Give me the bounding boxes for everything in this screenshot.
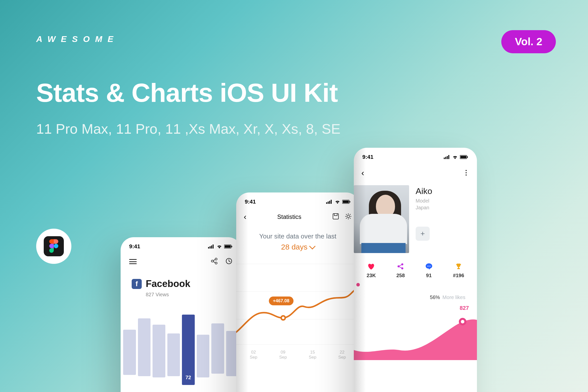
card-title: Facebook [146,278,190,289]
svg-rect-21 [350,201,350,203]
svg-rect-1 [445,157,446,159]
status-time: 9:41 [245,199,256,205]
status-time: 9:41 [362,154,373,160]
area-peak-value: 827 [460,305,469,311]
area-peak-marker [459,318,466,325]
share-icon[interactable] [211,257,218,266]
stat-shares: 258 [396,273,405,278]
x-axis-labels: 02Sep 09Sep 15Sep 22Sep [236,347,359,360]
bar-chart: 72 [121,307,241,387]
svg-rect-23 [334,214,337,216]
more-likes-pct: 56% [430,295,440,300]
card-subtitle: 827 Views [135,292,241,298]
facebook-icon: f [132,279,142,289]
page-title: Stats & Charts iOS UI Kit [36,78,338,108]
svg-rect-18 [331,200,332,204]
add-button[interactable]: + [416,227,430,241]
figma-badge [36,229,71,264]
svg-rect-27 [211,246,212,249]
back-button[interactable]: ‹ [361,168,364,178]
brand-logo-text: A W E S O M E [36,34,115,44]
svg-rect-31 [231,246,232,247]
svg-rect-0 [444,158,445,159]
svg-point-14 [430,266,430,266]
figma-icon [49,239,58,253]
profile-location: Japan [416,205,469,211]
svg-point-12 [427,266,428,266]
svg-rect-16 [328,202,329,204]
status-time: 9:41 [129,243,140,250]
chart-description: Your site data over the last [236,232,359,240]
more-likes-label: More likes [443,295,465,300]
svg-rect-25 [208,247,209,249]
profile-role: Model [416,198,469,204]
legend-dot [356,283,360,286]
area-chart: 827 [354,305,477,360]
svg-line-35 [213,260,215,261]
svg-line-11 [399,266,402,268]
chevron-down-icon [309,243,315,249]
svg-rect-28 [213,244,214,249]
stat-comments: 91 [425,273,432,278]
svg-rect-30 [225,245,231,248]
stat-likes: 23K [367,273,376,278]
status-icons [208,244,233,249]
comment-icon [425,263,432,270]
profile-photo [354,185,409,253]
page-subtitle: 11 Pro Max, 11 Pro, 11 ,Xs Max, Xr, X, X… [36,121,340,137]
svg-rect-17 [329,201,330,204]
svg-rect-26 [210,246,211,249]
status-icons [326,200,351,204]
back-button[interactable]: ‹ [244,212,247,221]
share-icon [396,263,405,270]
profile-name: Aiko [416,186,469,196]
svg-line-10 [399,264,402,266]
data-point-marker [280,315,286,321]
status-icons [444,155,468,159]
svg-rect-22 [333,214,338,219]
svg-point-13 [428,266,429,266]
svg-rect-15 [326,202,327,204]
svg-rect-6 [467,156,468,158]
svg-rect-5 [460,156,466,158]
screen-title: Statistics [277,213,301,220]
svg-rect-3 [448,155,449,159]
clock-icon[interactable] [225,257,233,266]
tooltip-badge: +467.08 [269,297,293,305]
trophy-icon [453,263,464,270]
save-icon[interactable] [332,213,339,221]
bar-value-label: 72 [185,375,191,380]
svg-rect-20 [343,201,349,203]
range-label: 28 days [281,243,307,251]
range-selector[interactable]: 28 days [236,243,359,251]
hamburger-menu-icon[interactable] [129,259,137,264]
heart-icon [367,263,376,270]
volume-badge: Vol. 2 [501,30,556,53]
more-menu-icon[interactable]: ⋮ [463,171,469,175]
stat-rank: #196 [453,273,464,278]
settings-gear-icon[interactable] [345,213,352,221]
phone-mock-statistics: 9:41 ‹ Statistics Your site data over th… [236,192,359,392]
svg-line-36 [213,262,215,263]
phone-mock-profile: 9:41 ‹ ⋮ Aiko Model Japan + 23K [354,148,477,392]
phone-mock-facebook: 9:41 f Facebook 827 Views 72 [121,237,241,392]
svg-point-24 [347,215,350,218]
svg-rect-2 [447,156,448,159]
line-chart: +467.08 [236,261,359,347]
